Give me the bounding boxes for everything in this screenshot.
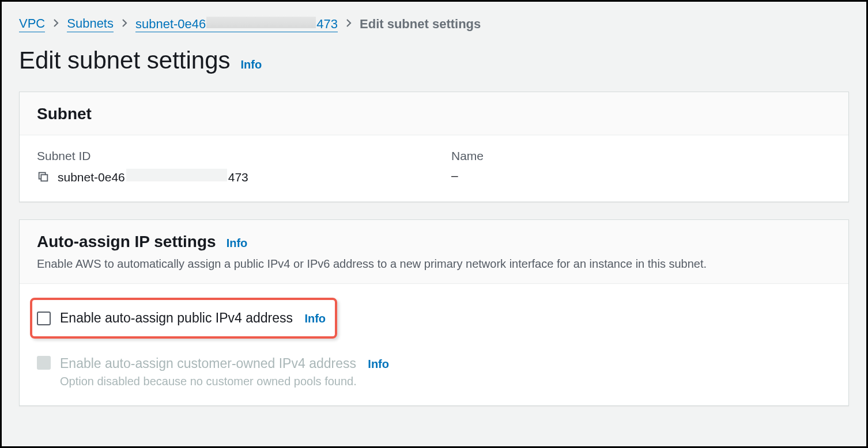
enable-customer-ipv4-info-link[interactable]: Info — [368, 358, 389, 370]
enable-public-ipv4-info-link[interactable]: Info — [304, 312, 326, 325]
copy-icon[interactable] — [37, 170, 50, 183]
subnet-panel: Subnet Subnet ID subnet-0e46 473 — [19, 92, 849, 202]
ip-settings-title: Auto-assign IP settings — [37, 233, 216, 251]
highlighted-option: Enable auto-assign public IPv4 address I… — [30, 298, 337, 339]
subnet-id-label: Subnet ID — [37, 149, 417, 163]
subnet-name-field: Name – — [451, 149, 831, 184]
ip-settings-panel-header: Auto-assign IP settings Info Enable AWS … — [20, 220, 848, 284]
breadcrumb-vpc-link[interactable]: VPC — [19, 16, 45, 32]
chevron-right-icon — [53, 18, 59, 31]
breadcrumb-subnet-prefix: subnet-0e46 — [135, 17, 206, 32]
subnet-name-value: – — [451, 169, 831, 183]
subnet-id-field: Subnet ID subnet-0e46 473 — [37, 149, 417, 184]
page-title-row: Edit subnet settings Info — [19, 47, 849, 74]
enable-customer-ipv4-note: Option disabled because no customer owne… — [60, 375, 389, 388]
subnet-id-prefix: subnet-0e46 — [58, 170, 125, 184]
ip-settings-info-link[interactable]: Info — [227, 237, 248, 250]
subnet-id-value: subnet-0e46 473 — [58, 169, 248, 184]
subnet-panel-header: Subnet — [20, 92, 848, 135]
breadcrumb-current: Edit subnet settings — [360, 17, 481, 32]
chevron-right-icon — [346, 18, 352, 31]
redacted-text — [126, 169, 227, 181]
breadcrumb: VPC Subnets subnet-0e46 473 Edit subnet … — [19, 13, 849, 32]
redacted-text — [206, 17, 316, 28]
enable-customer-ipv4-label: Enable auto-assign customer-owned IPv4 a… — [60, 356, 356, 371]
breadcrumb-subnet-id-link[interactable]: subnet-0e46 473 — [135, 17, 338, 32]
enable-public-ipv4-checkbox[interactable] — [37, 312, 51, 325]
page-title: Edit subnet settings — [19, 47, 231, 74]
ip-settings-panel: Auto-assign IP settings Info Enable AWS … — [19, 219, 849, 406]
breadcrumb-subnet-suffix: 473 — [316, 17, 338, 32]
subnet-id-suffix: 473 — [228, 170, 248, 184]
customer-owned-ipv4-row: Enable auto-assign customer-owned IPv4 a… — [37, 356, 831, 388]
subnet-panel-title: Subnet — [37, 105, 92, 123]
svg-rect-1 — [41, 174, 47, 181]
ip-settings-panel-body: Enable auto-assign public IPv4 address I… — [20, 284, 848, 405]
chevron-right-icon — [122, 18, 127, 31]
enable-public-ipv4-label-text: Enable auto-assign public IPv4 address — [60, 310, 293, 325]
breadcrumb-subnets-link[interactable]: Subnets — [67, 16, 114, 32]
page-info-link[interactable]: Info — [241, 58, 262, 71]
enable-customer-ipv4-checkbox — [37, 356, 51, 370]
subnet-panel-body: Subnet ID subnet-0e46 473 — [20, 135, 848, 202]
ip-settings-description: Enable AWS to automatically assign a pub… — [37, 256, 831, 272]
subnet-name-label: Name — [451, 149, 831, 163]
enable-public-ipv4-label: Enable auto-assign public IPv4 address I… — [60, 310, 326, 326]
